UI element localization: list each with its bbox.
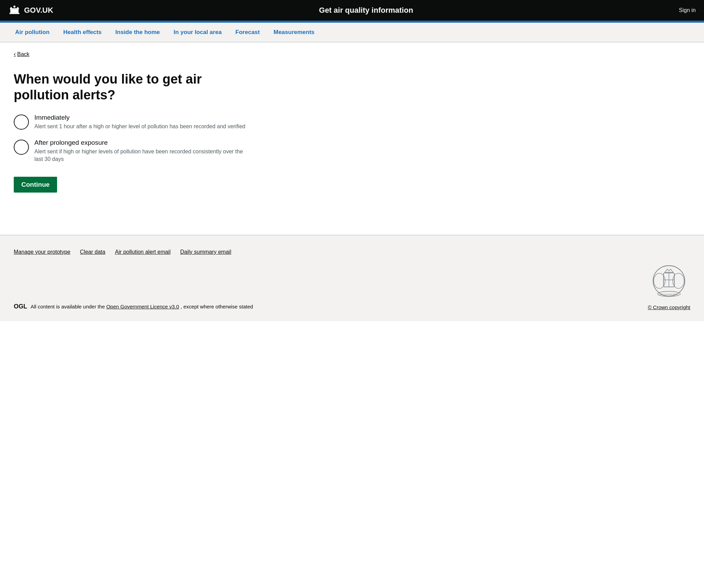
radio-option-prolonged[interactable]: After prolonged exposure Alert sent if h… <box>14 139 248 163</box>
svg-rect-4 <box>10 10 19 13</box>
footer-links: Manage your prototype Clear data Air pol… <box>14 249 690 255</box>
sign-in-link[interactable]: Sign in <box>679 7 696 13</box>
alert-timing-radio-group: Immediately Alert sent 1 hour after a hi… <box>14 114 248 163</box>
radio-title-immediately: Immediately <box>34 114 245 121</box>
continue-button[interactable]: Continue <box>14 177 57 193</box>
radio-label-prolonged: After prolonged exposure Alert sent if h… <box>34 139 248 163</box>
radio-circle-prolonged[interactable] <box>14 140 29 155</box>
footer-link-manage-prototype[interactable]: Manage your prototype <box>14 249 70 255</box>
back-link[interactable]: Back <box>14 51 30 58</box>
footer-crown: DIEU ET MON DROIT © Crown copyright <box>648 263 690 310</box>
svg-rect-5 <box>10 13 20 14</box>
nav-item-local-area[interactable]: In your local area <box>167 23 229 42</box>
svg-text:DIEU ET MON DROIT: DIEU ET MON DROIT <box>660 293 679 295</box>
footer-link-alert-email[interactable]: Air pollution alert email <box>115 249 170 255</box>
nav-item-health-effects[interactable]: Health effects <box>56 23 108 42</box>
radio-desc-immediately: Alert sent 1 hour after a high or higher… <box>34 123 245 130</box>
page-title: When would you like to get air pollution… <box>14 72 248 103</box>
nav-item-measurements[interactable]: Measurements <box>267 23 321 42</box>
footer-bottom: OGL All content is available under the O… <box>14 263 690 310</box>
radio-desc-prolonged: Alert sent if high or higher levels of p… <box>34 148 248 163</box>
nav-item-forecast[interactable]: Forecast <box>229 23 267 42</box>
gov-uk-logo[interactable]: GOV.UK <box>8 4 53 17</box>
crown-icon <box>8 4 21 17</box>
nav-item-air-pollution[interactable]: Air pollution <box>8 23 56 42</box>
radio-title-prolonged: After prolonged exposure <box>34 139 248 146</box>
footer-link-summary-email[interactable]: Daily summary email <box>180 249 231 255</box>
svg-point-0 <box>13 6 15 8</box>
footer-ogl-text: All content is available under the Open … <box>31 304 253 309</box>
header-title: Get air quality information <box>53 6 679 15</box>
main-content: Back When would you like to get air poll… <box>0 42 704 235</box>
radio-label-immediately: Immediately Alert sent 1 hour after a hi… <box>34 114 245 130</box>
footer-crown-link[interactable]: © Crown copyright <box>648 304 690 310</box>
footer-ogl-line: OGL All content is available under the O… <box>14 303 253 310</box>
site-header: GOV.UK Get air quality information Sign … <box>0 0 704 21</box>
ogl-badge: OGL <box>14 303 27 310</box>
site-footer: Manage your prototype Clear data Air pol… <box>0 235 704 321</box>
main-nav: Air pollution Health effects Inside the … <box>0 23 704 42</box>
footer-link-clear-data[interactable]: Clear data <box>80 249 106 255</box>
footer-ogl-link[interactable]: Open Government Licence v3.0 <box>106 304 179 309</box>
svg-rect-3 <box>10 8 19 10</box>
nav-item-inside-home[interactable]: Inside the home <box>109 23 167 42</box>
radio-option-immediately[interactable]: Immediately Alert sent 1 hour after a hi… <box>14 114 248 130</box>
footer-licence: OGL All content is available under the O… <box>14 303 253 310</box>
royal-coat-of-arms: DIEU ET MON DROIT <box>648 263 690 302</box>
radio-circle-immediately[interactable] <box>14 115 29 130</box>
